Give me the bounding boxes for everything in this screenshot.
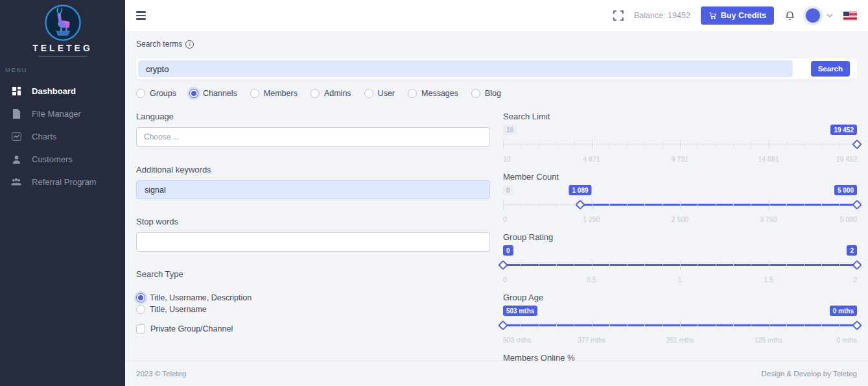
stop-words-input[interactable] (136, 232, 490, 252)
slider-tick (609, 141, 610, 147)
brand-name: TELETEG (32, 43, 93, 53)
search-type-option-title-username-description[interactable]: Title, Username, Description (136, 293, 490, 302)
scope-radio-groups[interactable]: Groups (136, 89, 176, 98)
scope-radio-blog[interactable]: Blog (471, 89, 501, 98)
sidebar-item-referral-program[interactable]: Referral Program (0, 171, 125, 193)
info-icon[interactable]: i (185, 40, 194, 49)
slider-tick (556, 262, 557, 268)
slider-label: Search Limit (503, 112, 857, 121)
scope-radio-messages[interactable]: Messages (408, 89, 458, 98)
search-type-option-label: Title, Username (150, 305, 207, 314)
slider-tick (733, 202, 734, 208)
slider-handle[interactable] (498, 320, 508, 330)
slider-tick (521, 322, 521, 328)
language-flag-us[interactable] (843, 12, 857, 20)
slider-tick (769, 320, 769, 330)
slider-value-tooltip: 1 089 (569, 185, 592, 195)
radio-icon (364, 89, 373, 98)
slider-handle[interactable] (852, 259, 862, 270)
slider-tick (574, 202, 574, 208)
scope-radio-members[interactable]: Members (250, 89, 298, 98)
sidebar-item-label: File Manager (32, 109, 81, 119)
chevron-down-icon (827, 14, 833, 18)
search-input[interactable] (138, 60, 793, 77)
brand-tagline (38, 56, 88, 57)
slider-scale-label: 0 (503, 276, 507, 283)
brand-logo[interactable]: TELETEG (0, 0, 125, 58)
hamburger-menu-icon[interactable] (136, 9, 146, 22)
slider-tick (733, 141, 734, 147)
slider-tick (539, 141, 539, 147)
sidebar-item-label: Customers (32, 154, 73, 164)
slider-tick (786, 202, 787, 208)
footer-copyright: 2023 © Teleteg (136, 370, 186, 378)
search-button[interactable]: Search (811, 61, 850, 77)
additional-keywords-input[interactable] (136, 180, 490, 199)
slider-tick (627, 262, 628, 268)
slider-value-tooltip: 0 (503, 245, 513, 256)
notifications-bell-icon[interactable] (784, 10, 795, 21)
slider-tick (786, 322, 787, 328)
sidebar-item-dashboard[interactable]: Dashboard (0, 80, 125, 103)
scope-radio-admins[interactable]: Admins (311, 89, 351, 98)
sidebar-item-customers[interactable]: Customers (0, 148, 125, 171)
radio-icon (311, 89, 320, 98)
language-select[interactable]: Choose ... (136, 127, 490, 147)
scope-radio-channels[interactable]: Channels (189, 89, 237, 98)
slider-scale-label: 1 (678, 276, 682, 283)
slider-tick (592, 200, 592, 210)
scope-radio-user[interactable]: User (364, 89, 395, 98)
slider-tick (574, 322, 574, 328)
search-bar: Search (136, 58, 857, 79)
slider-handle[interactable] (852, 320, 862, 330)
radio-icon (250, 89, 259, 98)
language-label: Language (136, 112, 490, 121)
slider-tick (627, 202, 628, 208)
slider-tick (663, 322, 663, 328)
slider-label: Group Rating (503, 232, 857, 242)
app: TELETEG MENU DashboardFile ManagerCharts… (0, 0, 868, 386)
scope-label: Channels (203, 89, 237, 98)
buy-credits-button[interactable]: Buy Credits (701, 6, 774, 25)
slider-tick (663, 141, 663, 147)
sidebar: TELETEG MENU DashboardFile ManagerCharts… (0, 0, 125, 386)
checkbox-icon (136, 324, 145, 333)
sidebar-item-file-manager[interactable]: File Manager (0, 103, 125, 125)
slider-value-tooltip: 2 (847, 245, 857, 256)
sidebar-nav: DashboardFile ManagerChartsCustomersRefe… (0, 80, 125, 193)
slider-scale-label: 19 452 (836, 155, 857, 163)
slider-min-tooltip: 0 (503, 185, 513, 195)
sliders-column: Search Limit1019 452104 8719 73114 59119… (503, 112, 857, 361)
slider-tick (609, 202, 610, 208)
slider-handle[interactable] (852, 199, 862, 210)
slider-tick (698, 262, 698, 268)
slider-connect (580, 204, 857, 206)
slider-group-age: Group Age503 mths0 mths503 mths377 mths2… (503, 293, 857, 344)
slider-tick (644, 202, 645, 208)
slider-tick (592, 139, 592, 149)
slider-tick (663, 202, 663, 208)
slider-label: Member Count (503, 172, 857, 182)
fullscreen-icon[interactable] (613, 10, 624, 21)
sidebar-item-label: Referral Program (32, 177, 97, 187)
search-type-option-title-username[interactable]: Title, Username (136, 305, 490, 314)
radio-icon (136, 89, 145, 98)
footer: 2023 © Teleteg Design & Develop by Telet… (125, 361, 868, 386)
slider-tick (627, 322, 628, 328)
slider-tick (839, 141, 840, 147)
slider-handle[interactable] (852, 139, 862, 149)
slider-tick (751, 262, 751, 268)
search-terms-label: Search terms (136, 40, 182, 49)
slider-handle[interactable] (575, 199, 585, 210)
slider-handle[interactable] (498, 259, 508, 270)
private-group-checkbox-row[interactable]: Private Group/Channel (136, 324, 490, 333)
slider-tick (716, 202, 716, 208)
balance-text: Balance: 19452 (634, 11, 690, 20)
main-area: Balance: 19452 Buy Credits (125, 0, 868, 386)
scope-label: Members (264, 89, 298, 98)
slider-scale-label: 14 591 (758, 155, 779, 163)
sidebar-item-charts[interactable]: Charts (0, 125, 125, 148)
slider-group-rating: Group Rating0200.511.52 (503, 232, 857, 284)
user-menu[interactable] (806, 8, 833, 23)
slider-label: Group Age (503, 293, 857, 302)
